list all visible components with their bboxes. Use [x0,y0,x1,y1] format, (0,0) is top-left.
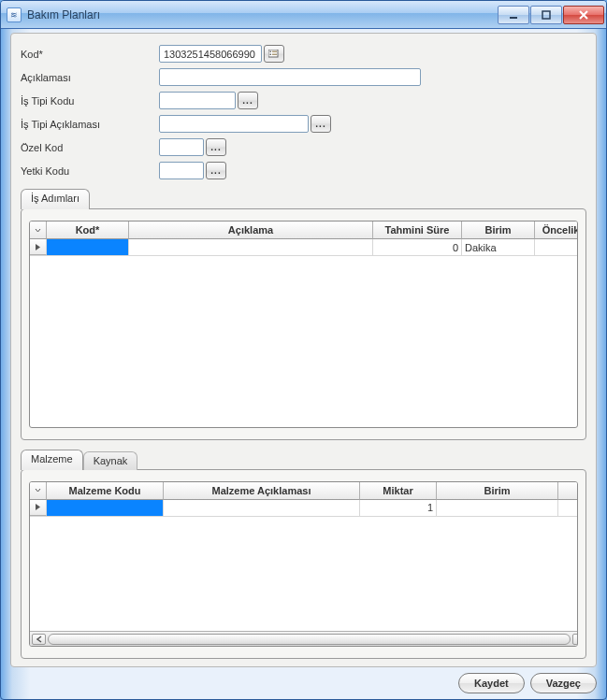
chevron-right-icon [577,636,579,643]
col-aciklama[interactable]: Açıklama [129,221,373,239]
kaydet-button[interactable]: Kaydet [458,673,525,693]
close-button[interactable] [563,6,604,24]
is-tipi-kodu-input[interactable] [159,92,236,109]
minimize-button[interactable] [498,6,529,24]
tab-kaynak[interactable]: Kaynak [83,451,138,470]
svg-rect-2 [268,50,278,57]
label-ozel-kod: Özel Kod [21,142,159,153]
col-kod[interactable]: Kod* [47,221,129,239]
table-row[interactable]: 0 Dakika 1 [30,239,578,256]
yetki-kodu-picker-button[interactable]: ... [206,162,226,179]
horizontal-scrollbar[interactable] [30,631,578,646]
col-spacer2 [558,482,578,500]
button-bar: Kaydet Vazgeç [10,667,597,693]
is-tipi-aciklamasi-input[interactable] [159,115,309,133]
vazgec-button[interactable]: Vazgeç [530,673,597,693]
label-is-tipi-kodu: İş Tipi Kodu [21,95,159,107]
steps-section: İş Adımları Kod* Açıklama Tahmini Süre B… [21,189,586,440]
cell-oncelik[interactable]: 1 [535,239,578,255]
current-row-icon [35,503,41,511]
yetki-kodu-input[interactable] [159,162,204,179]
material-section: Malzeme Kaynak Malzeme Kodu Malzeme Açık… [21,450,586,659]
aciklamasi-input[interactable] [159,68,421,86]
ellipsis-icon: ... [210,165,221,176]
cell-aciklama[interactable] [129,239,373,255]
row-selector-header[interactable] [30,482,47,500]
kod-input[interactable] [159,45,262,63]
steps-grid[interactable]: Kod* Açıklama Tahmini Süre Birim Öncelik [29,221,578,428]
label-yetki-kodu: Yetki Kodu [21,165,159,177]
title-bar: ≋ Bakım Planları [1,1,606,29]
svg-rect-3 [270,50,272,52]
steps-grid-header: Kod* Açıklama Tahmini Süre Birim Öncelik [30,221,578,239]
row-selector[interactable] [30,500,47,516]
col-tahmini-sure[interactable]: Tahmini Süre [373,221,462,239]
material-grid-header: Malzeme Kodu Malzeme Açıklaması Miktar B… [30,482,578,500]
app-icon: ≋ [7,7,22,22]
is-tipi-kodu-picker-button[interactable]: ... [238,92,258,109]
tab-is-adimlari[interactable]: İş Adımları [21,189,90,209]
label-kod: Kod* [21,49,159,60]
col-malzeme-aciklamasi[interactable]: Malzeme Açıklaması [164,482,360,500]
col-birim[interactable]: Birim [462,221,535,239]
svg-rect-6 [272,53,277,55]
col-birim2[interactable]: Birim [437,482,558,500]
kod-picker-button[interactable] [264,45,284,63]
ozel-kod-picker-button[interactable]: ... [206,138,226,156]
svg-rect-4 [272,50,277,52]
cell-kod[interactable] [47,239,129,255]
form-area: Kod* Açıklaması İş Tipi Kodu ... [21,45,586,179]
ellipsis-icon: ... [315,119,325,129]
cell-birim2[interactable] [437,500,558,516]
maximize-icon [542,10,551,20]
col-malzeme-kodu[interactable]: Malzeme Kodu [47,482,164,500]
maximize-button[interactable] [530,6,562,24]
cell-tahmini-sure[interactable]: 0 [373,239,462,255]
cell-miktar[interactable]: 1 [360,500,437,516]
ellipsis-icon: ... [210,142,221,152]
cell-birim[interactable]: Dakika [462,239,535,255]
material-grid[interactable]: Malzeme Kodu Malzeme Açıklaması Miktar B… [29,481,578,647]
svg-rect-0 [510,17,517,19]
chevron-down-icon [35,227,41,234]
scroll-thumb[interactable] [48,634,571,645]
svg-rect-1 [542,11,550,19]
ozel-kod-input[interactable] [159,138,204,156]
ellipsis-icon: ... [242,95,253,106]
tab-malzeme[interactable]: Malzeme [21,450,83,470]
cell-malzeme-aciklamasi[interactable] [164,500,360,516]
scroll-left-button[interactable] [32,634,46,645]
scroll-right-button[interactable] [572,634,578,645]
window-title: Bakım Planları [27,8,498,21]
main-panel: Kod* Açıklaması İş Tipi Kodu ... [10,33,597,667]
row-selector[interactable] [30,239,47,255]
row-selector-header[interactable] [30,221,47,239]
options-icon [268,50,280,59]
label-aciklamasi: Açıklaması [21,72,159,83]
client-area: Kod* Açıklaması İş Tipi Kodu ... [1,29,606,699]
minimize-icon [509,10,518,20]
chevron-down-icon [35,487,41,493]
current-row-icon [35,243,41,251]
col-miktar[interactable]: Miktar [360,482,437,500]
label-is-tipi-aciklamasi: İş Tipi Açıklaması [21,119,159,130]
is-tipi-aciklamasi-picker-button[interactable]: ... [311,115,331,133]
table-row[interactable]: 1 [30,500,578,517]
close-icon [579,10,588,20]
svg-rect-5 [270,53,272,55]
chevron-left-icon [36,636,42,643]
col-oncelik[interactable]: Öncelik [535,221,578,239]
cell-malzeme-kodu[interactable] [47,500,164,516]
